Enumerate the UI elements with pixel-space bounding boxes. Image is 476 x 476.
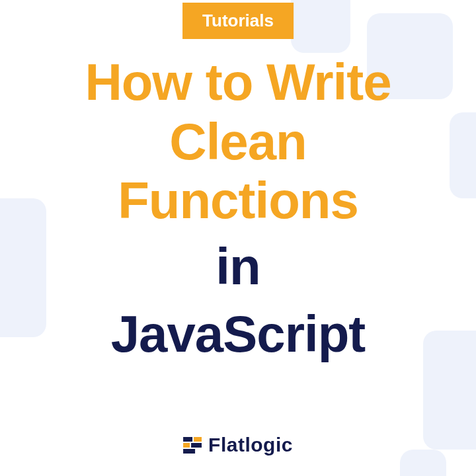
title-line-2: Clean <box>0 112 476 172</box>
decorative-tile <box>291 0 350 53</box>
decorative-tile <box>400 450 446 476</box>
brand-name: Flatlogic <box>208 434 293 456</box>
svg-rect-0 <box>183 437 192 442</box>
svg-rect-4 <box>183 449 195 454</box>
title-line-3: Functions <box>0 171 476 231</box>
svg-rect-3 <box>191 443 202 448</box>
svg-rect-1 <box>194 437 202 442</box>
category-badge: Tutorials <box>182 3 294 39</box>
title-block: How to Write Clean Functions in JavaScri… <box>0 53 476 365</box>
title-line-5: JavaScript <box>0 303 476 366</box>
svg-rect-2 <box>183 443 190 448</box>
title-line-4: in <box>0 236 476 298</box>
title-line-1: How to Write <box>0 53 476 112</box>
flatlogic-icon <box>183 436 202 454</box>
brand-logo: Flatlogic <box>183 434 293 456</box>
badge-label: Tutorials <box>202 11 274 30</box>
